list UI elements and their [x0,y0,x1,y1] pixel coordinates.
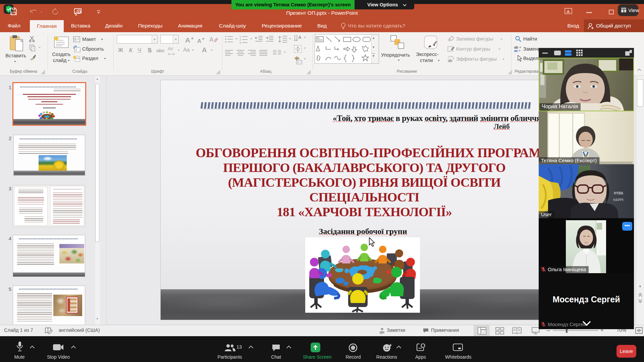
svg-text:2: 2 [239,38,241,41]
svg-text:A: A [209,36,214,43]
svg-text:A: A [317,37,319,40]
svg-text:HYBA: HYBA [614,191,623,195]
svg-text:A: A [298,35,302,40]
svg-text:3: 3 [239,41,241,44]
svg-text:ac: ac [514,49,518,52]
svg-text:1: 1 [239,35,241,38]
svg-text:HAPPI: HAPPI [613,198,624,202]
